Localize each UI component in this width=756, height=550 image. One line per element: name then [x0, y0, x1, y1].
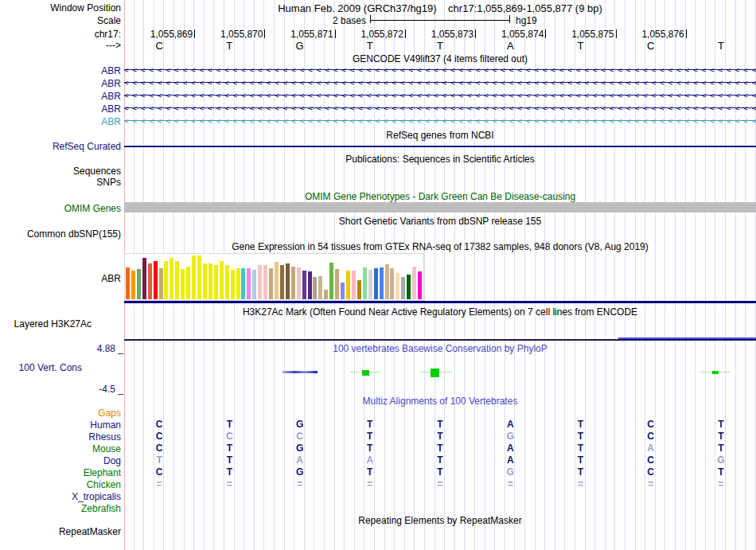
gtex-bar[interactable] [385, 264, 389, 299]
phylop-positive-mark[interactable] [362, 370, 369, 376]
track-label-gencode-gene[interactable]: ABR [0, 91, 121, 102]
alignment-base: A [647, 443, 654, 454]
track-title-omim: OMIM Gene Phenotypes - Dark Green Can Be… [124, 191, 756, 202]
gtex-bar[interactable] [220, 261, 224, 299]
gtex-bar[interactable] [208, 263, 212, 299]
track-label-species-zebrafish[interactable]: Zebrafish [0, 503, 121, 514]
gtex-bar[interactable] [137, 269, 141, 299]
track-label-sequences[interactable]: Sequences [0, 166, 121, 177]
phylop-positive-mark[interactable] [431, 369, 439, 377]
gtex-bar[interactable] [131, 271, 135, 299]
gtex-bar[interactable] [318, 276, 322, 299]
gtex-bar[interactable] [308, 271, 312, 299]
gtex-bar[interactable] [297, 267, 301, 299]
gtex-bar[interactable] [154, 261, 158, 299]
gtex-bar[interactable] [390, 268, 394, 299]
alignment-base: T [227, 443, 232, 454]
gtex-bar[interactable] [341, 283, 345, 299]
gtex-bar[interactable] [192, 255, 196, 299]
gtex-bar[interactable] [329, 263, 333, 299]
gtex-bar[interactable] [412, 267, 416, 299]
gencode-transcript-3[interactable]: <<<<<<<<<<<<<<<<<<<<<<<<<<<<<<<<<<<<<<<<… [124, 89, 756, 102]
track-label-species-rhesus[interactable]: Rhesus [0, 431, 121, 443]
track-label-gencode-gene[interactable]: ABR [0, 78, 121, 89]
gtex-bar[interactable] [214, 265, 218, 299]
gtex-bar[interactable] [324, 290, 328, 299]
gtex-bar[interactable] [164, 261, 168, 299]
gtex-bar[interactable] [407, 275, 411, 299]
track-label-species-x_tropicalis[interactable]: X_tropicalis [0, 491, 121, 502]
reference-base-letter: A [507, 40, 514, 52]
gtex-bar[interactable] [286, 263, 290, 299]
gtex-bar[interactable] [280, 265, 284, 299]
gtex-bar[interactable] [148, 263, 152, 299]
gtex-bar[interactable] [368, 270, 372, 299]
ruler-number: 1,055,870 [194, 29, 263, 40]
track-label-species-mouse[interactable]: Mouse [0, 443, 121, 454]
track-label-repeatmasker[interactable]: RepeatMasker [0, 526, 121, 537]
gtex-bar[interactable] [170, 258, 173, 299]
gtex-bar[interactable] [346, 271, 350, 299]
track-label-conservation[interactable]: 100 Vert. Cons [0, 362, 82, 373]
alignment-base: C [647, 419, 654, 430]
gtex-bar[interactable] [374, 268, 378, 299]
gtex-bar[interactable] [236, 268, 240, 299]
phylop-positive-mark[interactable] [712, 371, 719, 374]
gtex-bar[interactable] [126, 267, 130, 299]
gtex-bar[interactable] [263, 265, 267, 299]
gencode-transcript-4[interactable]: <<<<<<<<<<<<<<<<<<<<<<<<<<<<<<<<<<<<<<<<… [124, 102, 756, 115]
gtex-bar[interactable] [418, 271, 422, 299]
h3k27ac-baseline[interactable] [124, 339, 756, 341]
h3k27ac-signal-segment[interactable] [618, 337, 756, 339]
alignment-base: T [578, 454, 583, 466]
track-label-gencode-gene[interactable]: ABR [0, 65, 121, 76]
gtex-bar[interactable] [313, 277, 317, 299]
reference-base-letter: C [155, 40, 162, 52]
gtex-bar[interactable] [258, 265, 262, 299]
track-label-gencode-gene[interactable]: ABR [0, 103, 121, 115]
gtex-bar[interactable] [203, 263, 207, 299]
track-label-gtex-gene[interactable]: ABR [0, 273, 121, 284]
gtex-bar[interactable] [291, 267, 295, 299]
gtex-bar[interactable] [197, 255, 201, 299]
gtex-bar[interactable] [302, 271, 306, 299]
gtex-bar[interactable] [181, 269, 185, 299]
track-label-species-chicken[interactable]: Chicken [0, 479, 121, 490]
gencode-transcript-1[interactable]: <<<<<<<<<<<<<<<<<<<<<<<<<<<<<<<<<<<<<<<<… [124, 64, 756, 76]
track-label-common-dbsnp[interactable]: Common dbSNP(155) [0, 228, 121, 240]
ruler-number: 1,055,874 [475, 29, 544, 40]
refseq-gene-line[interactable] [124, 146, 756, 147]
gencode-transcript-5[interactable]: <<<<<<<<<<<<<<<<<<<<<<<<<<<<<<<<<<<<<<<<… [124, 115, 756, 127]
gtex-bar[interactable] [335, 269, 339, 299]
track-label-h3k27ac[interactable]: Layered H3K27Ac [0, 318, 92, 330]
gtex-bar[interactable] [241, 268, 245, 299]
track-label-species-dog[interactable]: Dog [0, 455, 121, 466]
gtex-bar[interactable] [396, 273, 399, 299]
gencode-transcript-2[interactable]: <<<<<<<<<<<<<<<<<<<<<<<<<<<<<<<<<<<<<<<<… [124, 76, 756, 89]
gtex-bar[interactable] [269, 268, 273, 299]
gtex-bar[interactable] [175, 261, 179, 299]
track-label-omim-genes[interactable]: OMIM Genes [0, 203, 121, 214]
track-label-gaps[interactable]: Gaps [0, 408, 121, 419]
gtex-bar[interactable] [225, 265, 229, 299]
track-label-species-human[interactable]: Human [0, 419, 121, 431]
gtex-bar[interactable] [275, 262, 279, 299]
track-label-snps[interactable]: SNPs [0, 177, 121, 188]
gtex-bar[interactable] [252, 270, 256, 299]
gtex-bar[interactable] [231, 270, 235, 299]
gtex-bar[interactable] [142, 258, 146, 299]
gtex-bar[interactable] [363, 267, 367, 299]
gtex-bar[interactable] [186, 267, 190, 299]
gtex-bar[interactable] [247, 268, 251, 299]
track-label-species-elephant[interactable]: Elephant [0, 467, 121, 478]
gtex-bar[interactable] [159, 268, 163, 299]
gtex-bar[interactable] [401, 277, 405, 299]
phylop-negative-mark[interactable] [283, 371, 318, 373]
gtex-bar[interactable] [352, 271, 356, 299]
track-label-gencode-gene[interactable]: ABR [0, 116, 121, 127]
gtex-bar[interactable] [357, 280, 361, 299]
gtex-expression-chart[interactable] [124, 253, 424, 301]
gtex-bar[interactable] [380, 267, 384, 299]
omim-gene-bar[interactable] [124, 202, 756, 213]
track-label-refseq-curated[interactable]: RefSeq Curated [0, 141, 121, 152]
